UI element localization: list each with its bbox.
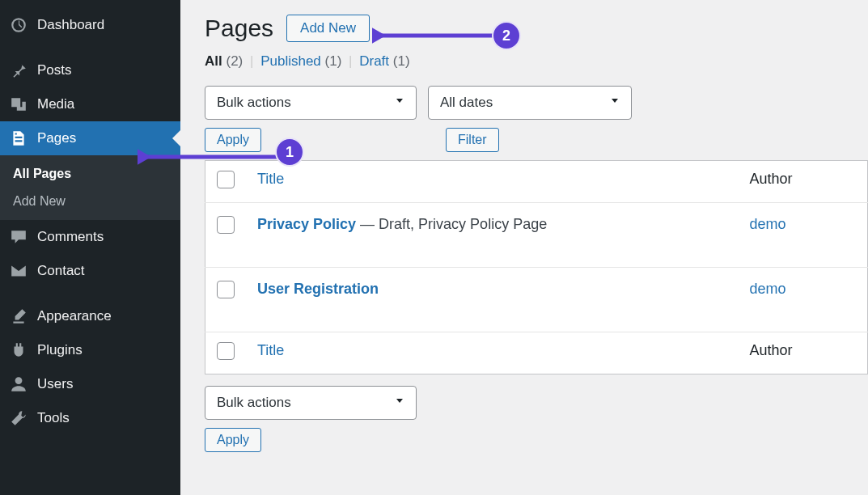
user-icon bbox=[10, 375, 28, 393]
sidebar-item-contact[interactable]: Contact bbox=[0, 254, 180, 288]
sidebar-item-label: Contact bbox=[37, 263, 85, 279]
filter-count-all: (2) bbox=[226, 53, 243, 69]
column-header-title[interactable]: Title bbox=[246, 161, 739, 203]
sidebar-item-plugins[interactable]: Plugins bbox=[0, 333, 180, 367]
chevron-down-icon bbox=[608, 95, 621, 112]
column-footer-title[interactable]: Title bbox=[246, 332, 739, 374]
sidebar-item-pages[interactable]: Pages bbox=[0, 121, 180, 155]
add-new-button[interactable]: Add New bbox=[286, 15, 370, 42]
sidebar-item-label: Posts bbox=[37, 62, 72, 78]
row-meta: — Draft, Privacy Policy Page bbox=[356, 216, 547, 232]
sidebar-item-label: Plugins bbox=[37, 342, 83, 358]
page-header: Pages Add New bbox=[205, 15, 868, 42]
sidebar-item-label: Media bbox=[37, 96, 74, 112]
sidebar-item-users[interactable]: Users bbox=[0, 367, 180, 401]
annotation-badge-1: 1 bbox=[275, 138, 304, 167]
row-author-link[interactable]: demo bbox=[750, 281, 786, 297]
table-top-actions: Apply Filter bbox=[205, 128, 868, 152]
sidebar-item-label: Tools bbox=[37, 410, 70, 426]
table-row: Privacy Policy — Draft, Privacy Policy P… bbox=[205, 203, 868, 268]
bulk-actions-select-bottom[interactable]: Bulk actions bbox=[205, 386, 417, 420]
mail-icon bbox=[10, 262, 28, 280]
plug-icon bbox=[10, 341, 28, 359]
sidebar-item-label: Comments bbox=[37, 229, 104, 245]
status-filter-links: All (2) | Published (1) | Draft (1) bbox=[205, 53, 868, 70]
select-all-checkbox-footer[interactable] bbox=[217, 342, 235, 360]
page-title: Pages bbox=[205, 15, 273, 42]
row-title-link[interactable]: Privacy Policy bbox=[257, 216, 356, 232]
sidebar-item-comments[interactable]: Comments bbox=[0, 220, 180, 254]
date-filter-select[interactable]: All dates bbox=[428, 86, 632, 120]
bulk-actions-select[interactable]: Bulk actions bbox=[205, 86, 417, 120]
brush-icon bbox=[10, 307, 28, 325]
chevron-down-icon bbox=[393, 95, 406, 112]
bulk-actions-value: Bulk actions bbox=[217, 95, 291, 111]
sidebar-item-posts[interactable]: Posts bbox=[0, 53, 180, 87]
table-bottom-controls: Bulk actions Apply bbox=[205, 386, 868, 452]
sidebar-item-tools[interactable]: Tools bbox=[0, 401, 180, 435]
filter-link-published[interactable]: Published bbox=[260, 53, 321, 69]
sidebar-submenu-pages: All Pages Add New bbox=[0, 155, 180, 220]
main-content: Pages Add New All (2) | Published (1) | … bbox=[180, 0, 868, 495]
filter-link-all[interactable]: All bbox=[205, 53, 222, 69]
dashboard-icon bbox=[10, 16, 28, 34]
sidebar-item-media[interactable]: Media bbox=[0, 87, 180, 121]
annotation-badge-2: 2 bbox=[492, 21, 521, 50]
apply-button[interactable]: Apply bbox=[205, 128, 261, 152]
row-checkbox[interactable] bbox=[217, 216, 235, 234]
admin-sidebar: Dashboard Posts Media Pages All Pages Ad… bbox=[0, 0, 180, 495]
sidebar-item-label: Pages bbox=[37, 130, 76, 146]
column-header-author[interactable]: Author bbox=[739, 161, 868, 203]
row-title-link[interactable]: User Registration bbox=[257, 281, 379, 297]
filter-button[interactable]: Filter bbox=[446, 128, 499, 152]
column-footer-author[interactable]: Author bbox=[739, 332, 868, 374]
filter-link-draft[interactable]: Draft bbox=[359, 53, 389, 69]
table-row: User Registration demo bbox=[205, 268, 868, 332]
sidebar-subitem-add-new[interactable]: Add New bbox=[0, 188, 180, 215]
row-author-link[interactable]: demo bbox=[750, 216, 786, 232]
sidebar-item-appearance[interactable]: Appearance bbox=[0, 299, 180, 333]
sidebar-item-dashboard[interactable]: Dashboard bbox=[0, 8, 180, 42]
sidebar-item-label: Dashboard bbox=[37, 17, 104, 33]
table-top-controls: Bulk actions All dates bbox=[205, 86, 868, 120]
pages-icon bbox=[10, 129, 28, 147]
bulk-actions-value: Bulk actions bbox=[217, 395, 291, 411]
comment-icon bbox=[10, 228, 28, 246]
sidebar-item-label: Users bbox=[37, 376, 73, 392]
wrench-icon bbox=[10, 409, 28, 427]
chevron-down-icon bbox=[393, 395, 406, 412]
filter-count-published: (1) bbox=[325, 53, 342, 69]
pin-icon bbox=[10, 61, 28, 79]
pages-table: Title Author Privacy Policy — Draft, Pri… bbox=[205, 160, 868, 374]
sidebar-item-label: Appearance bbox=[37, 308, 112, 324]
filter-count-draft: (1) bbox=[393, 53, 410, 69]
row-checkbox[interactable] bbox=[217, 281, 235, 298]
sidebar-subitem-all-pages[interactable]: All Pages bbox=[0, 160, 180, 188]
date-filter-value: All dates bbox=[440, 95, 493, 111]
apply-button-bottom[interactable]: Apply bbox=[205, 428, 261, 452]
media-icon bbox=[10, 95, 28, 113]
select-all-checkbox[interactable] bbox=[217, 171, 235, 188]
